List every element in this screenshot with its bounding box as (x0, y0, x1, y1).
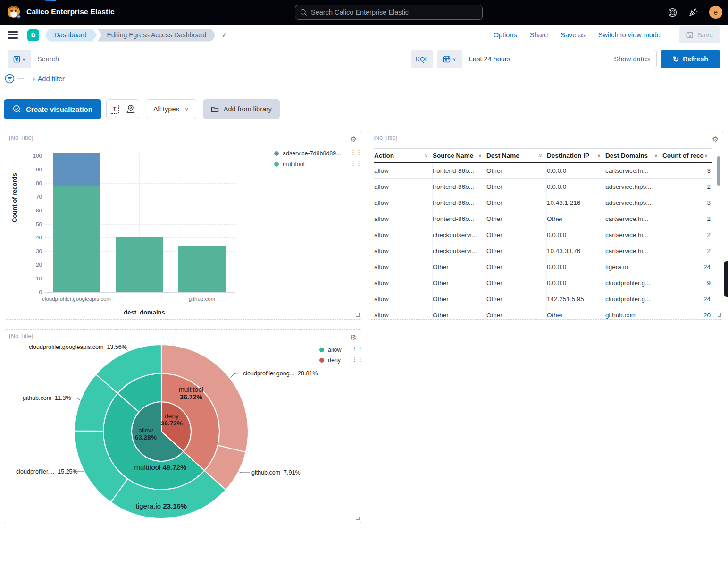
table-cell: allow (374, 259, 433, 275)
y-axis-tick: 20 (25, 262, 42, 268)
add-map-button[interactable] (123, 100, 139, 119)
bar-segment-multitool-0[interactable] (53, 186, 100, 292)
refresh-button[interactable]: ↻ Refresh (661, 50, 720, 68)
kql-search-input[interactable] (31, 50, 411, 68)
bar-segment-multitool-1[interactable] (116, 237, 163, 292)
dashboard-badge[interactable]: D (27, 29, 39, 41)
table-column-header[interactable]: Source Name∨ (433, 149, 486, 162)
breadcrumb: Dashboard Editing Egress Access Dashboar… (46, 29, 215, 42)
panel-resize-handle[interactable] (356, 313, 360, 317)
table-cell: Other (433, 307, 486, 319)
header-icons: e (668, 0, 722, 25)
legend-actions-icon[interactable]: ⋮⋮ (351, 356, 362, 363)
add-text-button[interactable]: T (107, 100, 123, 119)
show-dates-button[interactable]: Show dates (614, 55, 656, 63)
panel-settings-button[interactable]: ⚙ (709, 133, 721, 145)
table-cell: Other (486, 227, 547, 243)
calendar-icon (443, 55, 451, 63)
share-button[interactable]: Share (530, 31, 548, 39)
check-icon[interactable]: ✓ (221, 31, 227, 39)
table-cell: Other (433, 291, 486, 307)
legend-actions-icon[interactable]: ⋮⋮ (351, 345, 362, 352)
news-icon[interactable] (688, 8, 698, 17)
chevron-down-icon: ∨ (185, 106, 189, 112)
table-cell: Other (547, 211, 605, 227)
chevron-down-icon[interactable]: ∨ (425, 153, 428, 158)
table-cell: adservice.hips... (605, 179, 662, 195)
table-column-header[interactable]: Destination IP∨ (547, 149, 605, 162)
table-column-header[interactable]: Dest Domains∨ (605, 149, 662, 162)
user-avatar[interactable]: e (709, 6, 722, 19)
save-button[interactable]: Save (679, 26, 720, 43)
navbar: D Dashboard Editing Egress Access Dashbo… (0, 25, 728, 45)
table-row: allowcheckoutservi...Other0.0.0.0cartser… (374, 227, 712, 243)
legend-actions-icon[interactable]: ⋮⋮ (350, 160, 361, 167)
legend-label[interactable]: allow (328, 347, 342, 353)
pie-label-allow: allow 63.28% (120, 427, 172, 441)
table-cell: Other (486, 291, 547, 307)
y-axis-tick: 90 (25, 167, 42, 172)
create-visualization-button[interactable]: Create visualization (4, 99, 101, 119)
save-as-button[interactable]: Save as (561, 31, 585, 39)
x-axis-label: github.com (150, 296, 254, 302)
help-icon[interactable] (668, 8, 677, 17)
y-axis-tick: 70 (25, 194, 42, 200)
legend-item: adservice-7d8b8d89... (274, 150, 341, 157)
folder-icon (211, 106, 219, 113)
calico-logo-icon[interactable] (7, 5, 21, 19)
table-scrollbar[interactable] (717, 156, 720, 186)
bar-segment-multitool-2[interactable] (178, 246, 226, 292)
table-column-header[interactable]: Dest Name∨ (486, 149, 547, 162)
legend-label[interactable]: multitool (283, 161, 305, 168)
bar-segment-adservice-7d8b8d89--0[interactable] (53, 153, 100, 186)
panel-resize-handle[interactable] (356, 517, 360, 520)
table-row: allowfrontend-86b...Other0.0.0.0cartserv… (374, 163, 712, 179)
saved-query-menu-button[interactable]: ∨ (8, 50, 31, 68)
legend-label[interactable]: adservice-7d8b8d89... (283, 150, 341, 157)
right-edge-tab[interactable] (724, 261, 728, 297)
time-range-value[interactable]: Last 24 hours (462, 55, 510, 63)
filter-icon[interactable] (5, 74, 15, 84)
column-header-label: Source Name (433, 152, 473, 159)
y-axis-tick: 60 (25, 208, 42, 213)
panel-settings-button[interactable]: ⚙ (347, 133, 360, 145)
table-cell: 3 (662, 163, 712, 178)
panel-resize-handle[interactable] (718, 313, 721, 317)
legend-actions-icon[interactable]: ⋮⋮ (350, 149, 361, 156)
table-cell: 142.251.5.95 (547, 291, 605, 307)
legend-label[interactable]: deny (328, 357, 341, 364)
table-cell: 10.43.1.216 (547, 195, 605, 211)
kql-language-button[interactable]: KQL (411, 50, 433, 68)
refresh-icon: ↻ (673, 55, 679, 64)
table-column-header[interactable]: Count of reco∨ (662, 149, 712, 162)
add-filter-button[interactable]: + Add filter (32, 75, 65, 83)
table-cell: allow (374, 243, 433, 259)
bar-chart-panel: [No Title] ⚙ Count of records 0102030405… (4, 131, 362, 320)
chevron-down-icon[interactable]: ∨ (597, 153, 601, 158)
table-cell: Other (486, 163, 547, 178)
chevron-down-icon[interactable]: ∨ (654, 153, 658, 158)
table-header-row: Action∨Source Name∨Dest Name∨Destination… (374, 148, 712, 163)
switch-view-mode-button[interactable]: Switch to view mode (598, 31, 661, 39)
table-row: allowcheckoutservi...Other10.43.33.76car… (374, 243, 712, 259)
global-search[interactable] (295, 5, 483, 20)
table-column-header[interactable]: Action∨ (374, 149, 433, 162)
table-cell: Other (486, 259, 547, 275)
menu-icon[interactable] (8, 31, 18, 39)
chevron-down-icon[interactable]: ∨ (539, 153, 542, 158)
options-button[interactable]: Options (494, 31, 517, 39)
table-cell: frontend-86b... (433, 179, 486, 195)
top-header-bar: Calico Enterprise Elastic e (0, 0, 728, 25)
chevron-down-icon[interactable]: ∨ (704, 153, 708, 158)
table-cell: allow (374, 163, 433, 178)
global-search-input[interactable] (311, 8, 477, 16)
legend-swatch (274, 151, 279, 156)
x-axis-title: dest_domains (97, 309, 192, 316)
add-from-library-button[interactable]: Add from library (203, 99, 280, 119)
breadcrumb-dashboard[interactable]: Dashboard (46, 29, 97, 42)
calendar-menu-button[interactable]: ∨ (437, 50, 462, 68)
table-cell: Other (486, 275, 547, 291)
table-cell: 9 (662, 275, 712, 291)
chevron-down-icon[interactable]: ∨ (478, 153, 482, 158)
all-types-dropdown[interactable]: All types ∨ (146, 99, 196, 119)
